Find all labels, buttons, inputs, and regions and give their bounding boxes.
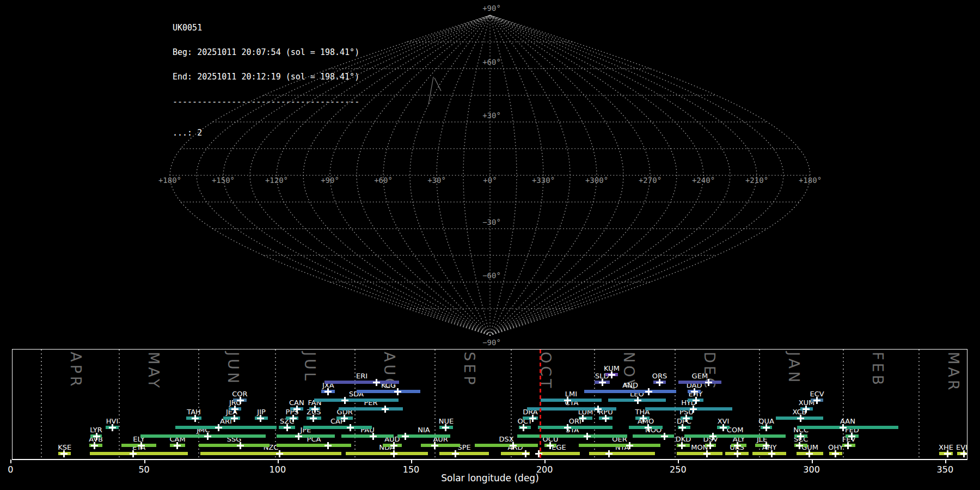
- shower-peak-NUE: [442, 424, 450, 432]
- shower-peak-ECV: [813, 396, 821, 405]
- shower-bar-AND: [584, 390, 676, 393]
- shower-peak-ETA: [129, 450, 137, 458]
- shower-peak-DKD: [678, 442, 686, 450]
- shower-peak-RPU: [602, 414, 610, 422]
- shower-peak-PER: [381, 405, 389, 413]
- shower-peak-NTA: [605, 450, 613, 458]
- shower-peak-GDR: [340, 414, 348, 422]
- shower-bar-MON: [677, 452, 722, 455]
- shower-bar-AUR: [421, 444, 460, 447]
- x-axis-title: Solar longitude (deg): [441, 473, 539, 483]
- shower-bar-SSG: [199, 444, 270, 447]
- x-tick-label-250: 250: [670, 464, 687, 475]
- shower-bar-ETA: [90, 452, 188, 455]
- shower-bar-GEM: [678, 381, 721, 384]
- shower-peak-CAN: [293, 405, 301, 413]
- shower-peak-HVI: [108, 424, 117, 432]
- shower-bar-CAP: [303, 426, 372, 429]
- shower-peak-XHE: [944, 450, 952, 458]
- shower-peak-DAD: [690, 388, 699, 396]
- month-boundary-line-MAR: [918, 350, 920, 459]
- month-boundary-line-APR: [41, 350, 42, 459]
- shower-peak-LMI: [564, 396, 572, 405]
- month-label-APR: APR: [68, 352, 84, 389]
- shower-peak-AND: [645, 388, 653, 396]
- shower-peak-KCG: [394, 388, 402, 396]
- x-tick-150: [411, 460, 412, 463]
- app-window: UK0051 Beg: 20251011 20:07:54 (sol = 198…: [0, 0, 980, 490]
- shower-peak-AVB: [90, 442, 99, 450]
- shower-peak-ZCS: [309, 414, 317, 422]
- shower-peak-COR: [236, 396, 244, 405]
- shower-peak-JMC: [204, 432, 212, 440]
- shower-peak-OCU: [546, 442, 554, 450]
- x-tick-label-150: 150: [403, 464, 420, 475]
- x-tick-label-300: 300: [803, 464, 820, 475]
- shower-peak-AUD: [390, 442, 398, 450]
- shower-peak-EGE: [535, 450, 543, 458]
- shower-peak-DSX: [509, 442, 517, 450]
- month-boundary-line-NOV: [594, 350, 595, 459]
- shower-peak-MON: [703, 450, 711, 458]
- x-tick-300: [812, 460, 813, 463]
- shower-bar-KCG: [357, 390, 420, 393]
- shower-bar-ORI: [538, 426, 612, 429]
- shower-peak-NOO: [660, 432, 669, 440]
- shower-peak-FAN: [311, 405, 319, 413]
- shower-peak-THA: [639, 414, 647, 422]
- shower-peak-KUM: [608, 371, 616, 379]
- shower-peak-FEV: [844, 442, 852, 450]
- current-sol-line: [540, 350, 541, 459]
- shower-peak-PCA: [324, 442, 332, 450]
- shower-peak-LUM: [579, 414, 587, 422]
- shower-peak-PSU: [682, 414, 690, 422]
- month-boundary-line-JUN: [198, 350, 199, 459]
- shower-peak-JIP: [256, 414, 265, 422]
- shower-peak-TAH: [191, 414, 199, 422]
- shower-peak-ERI: [372, 378, 381, 387]
- shower-bar-DSX: [475, 444, 538, 447]
- shower-peak-XCB: [797, 414, 805, 422]
- shower-bar-NZC: [200, 452, 341, 455]
- shower-peak-AMO: [644, 424, 652, 432]
- shower-peak-URS: [733, 450, 742, 458]
- shower-bar-AAN: [797, 426, 898, 429]
- shower-peak-CAP: [346, 424, 354, 432]
- shower-peak-JXA: [324, 388, 332, 396]
- shower-peak-SPE: [451, 450, 460, 458]
- shower-peak-SLD: [598, 378, 607, 387]
- shower-peak-KSE: [60, 450, 68, 458]
- shower-peak-ALY: [733, 442, 742, 450]
- shower-peak-OER: [626, 442, 634, 450]
- x-tick-0: [10, 460, 11, 463]
- x-tick-200: [544, 460, 546, 463]
- month-boundary-line-JUL: [275, 350, 276, 459]
- shower-peak-ARI: [215, 424, 223, 432]
- x-tick-100: [278, 460, 279, 463]
- shower-peak-EVI: [960, 450, 968, 458]
- shower-peak-OHY: [831, 450, 840, 458]
- shower-peak-JRC: [231, 405, 239, 413]
- shower-peak-AHY: [768, 450, 776, 458]
- shower-peak-XVI: [719, 424, 727, 432]
- shower-peak-SDA: [341, 396, 349, 405]
- shower-peak-ELY: [137, 442, 145, 450]
- month-boundary-line-AUG: [354, 350, 356, 459]
- shower-bar-HYD: [645, 407, 732, 411]
- x-tick-label-100: 100: [270, 464, 286, 475]
- shower-peak-FED: [848, 432, 856, 440]
- shower-bar-SPE: [439, 452, 489, 455]
- shower-peak-DSV: [706, 442, 714, 450]
- shower-peak-LEO: [634, 396, 642, 405]
- shower-bar-PCA: [277, 444, 351, 447]
- shower-peak-ORS: [656, 378, 664, 387]
- shower-bar-PER: [339, 407, 403, 411]
- month-label-JUL: JUL: [302, 352, 318, 383]
- shower-peak-NDA: [390, 450, 398, 458]
- shower-bar-EGE: [538, 452, 580, 455]
- month-label-SEP: SEP: [461, 352, 478, 387]
- shower-peak-NZC: [275, 450, 284, 458]
- shower-peak-XUM: [802, 405, 810, 413]
- x-tick-250: [678, 460, 679, 463]
- shower-bar-PAU: [341, 434, 394, 438]
